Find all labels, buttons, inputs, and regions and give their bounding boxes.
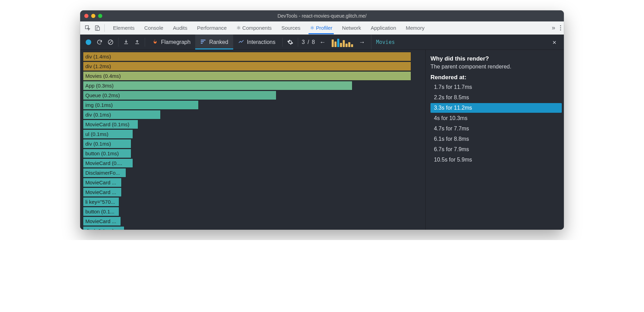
- ranked-bar[interactable]: MovieCard ...: [83, 217, 121, 226]
- tab-profiler[interactable]: ⚛ Profiler: [305, 21, 337, 34]
- commit-bar[interactable]: [334, 42, 337, 47]
- next-commit-button[interactable]: →: [357, 37, 368, 48]
- reload-button[interactable]: [94, 37, 105, 48]
- tab-performance[interactable]: Performance: [192, 21, 231, 34]
- tab-sources[interactable]: Sources: [276, 21, 305, 34]
- profiler-tab-flamegraph[interactable]: Flamegraph: [147, 35, 195, 49]
- devtools-menu-icon[interactable]: [560, 25, 561, 30]
- svg-rect-2: [97, 27, 100, 30]
- import-button[interactable]: [121, 37, 132, 48]
- svg-line-4: [109, 40, 112, 44]
- prev-commit-button[interactable]: ←: [317, 37, 328, 48]
- render-list-item[interactable]: 2.2s for 8.5ms: [430, 93, 562, 102]
- commit-bar[interactable]: [332, 39, 334, 47]
- profiler-tab-label: Flamegraph: [161, 39, 190, 45]
- ranked-bar[interactable]: button (0.1...: [83, 207, 119, 216]
- window-traffic-lights: [84, 14, 102, 18]
- ranked-bar[interactable]: img (0.1ms): [83, 100, 199, 110]
- profiler-tab-interactions[interactable]: Interactions: [233, 35, 281, 49]
- tabs-overflow-icon[interactable]: »: [552, 24, 555, 31]
- ranked-icon: [200, 38, 206, 46]
- toggle-device-toolbar-icon[interactable]: [93, 25, 102, 31]
- svg-rect-7: [201, 39, 206, 40]
- separator: [118, 38, 119, 47]
- record-button[interactable]: [83, 37, 94, 48]
- separator: [104, 24, 105, 32]
- svg-rect-9: [201, 43, 203, 43]
- tab-network[interactable]: Network: [337, 21, 366, 34]
- tab-audits[interactable]: Audits: [168, 21, 192, 34]
- selected-component-name: Movies: [376, 39, 395, 45]
- render-list-item[interactable]: 4.7s for 7.7ms: [430, 124, 562, 134]
- interactions-icon: [238, 38, 244, 46]
- profiler-settings-icon[interactable]: [285, 37, 296, 48]
- svg-rect-6: [135, 43, 139, 44]
- separator: [298, 38, 298, 47]
- svg-rect-5: [124, 43, 128, 44]
- minimize-window-button[interactable]: [91, 14, 95, 18]
- tab-application[interactable]: Application: [366, 21, 401, 34]
- ranked-bar[interactable]: MovieCard (0....: [83, 158, 133, 168]
- commit-bar[interactable]: [351, 44, 353, 47]
- commit-counter: 3 / 8: [302, 39, 315, 45]
- clear-button[interactable]: [105, 37, 116, 48]
- profiler-body: div (1.4ms)div (1.2ms)Movies (0.4ms)App …: [80, 50, 564, 230]
- tab-components[interactable]: ⚛ Components: [231, 21, 276, 34]
- ranked-bar[interactable]: MovieCard ...: [83, 187, 122, 197]
- zoom-window-button[interactable]: [98, 14, 102, 18]
- tab-console[interactable]: Console: [140, 21, 168, 34]
- devtools-window: DevTools - react-movies-queue.glitch.me/…: [80, 10, 564, 230]
- close-details-button[interactable]: ✕: [552, 38, 556, 46]
- render-list-item[interactable]: 4s for 10.3ms: [430, 113, 562, 123]
- render-list-item[interactable]: 10.5s for 5.9ms: [430, 155, 562, 165]
- tab-elements[interactable]: Elements: [108, 21, 140, 34]
- ranked-bar[interactable]: MovieCard ...: [83, 178, 122, 187]
- commit-bar[interactable]: [345, 44, 348, 47]
- window-title: DevTools - react-movies-queue.glitch.me/: [277, 13, 367, 19]
- ranked-bar[interactable]: App (0.3ms): [83, 81, 352, 90]
- commit-bar[interactable]: [340, 43, 342, 47]
- details-panel: Why did this render? The parent componen…: [426, 50, 564, 230]
- ranked-bar[interactable]: MovieCard (0.1ms): [83, 120, 138, 129]
- ranked-bar[interactable]: button (0.1ms): [83, 149, 131, 158]
- ranked-bar[interactable]: DisclaimerFo...: [83, 168, 126, 177]
- ranked-bar[interactable]: Movies (0.4ms): [83, 71, 411, 81]
- ranked-bar[interactable]: Queue (0.2ms): [83, 91, 276, 100]
- why-render-answer: The parent component rendered.: [430, 64, 562, 70]
- ranked-bar[interactable]: div (0.1ms): [83, 139, 131, 148]
- export-button[interactable]: [132, 37, 143, 48]
- profiler-tab-label: Interactions: [247, 39, 276, 45]
- profiler-toolbar: FlamegraphRankedInteractions 3 / 8 ← → M…: [80, 35, 564, 50]
- render-list-item[interactable]: 6.7s for 7.9ms: [430, 145, 562, 154]
- flame-icon: [152, 38, 158, 46]
- render-list-item[interactable]: 3.3s for 11.2ms: [430, 103, 562, 113]
- commit-bar[interactable]: [337, 39, 339, 47]
- render-list-item[interactable]: 1.7s for 11.7ms: [430, 82, 562, 92]
- inspect-element-icon[interactable]: [83, 25, 93, 31]
- separator: [282, 38, 283, 47]
- ranked-bar[interactable]: div (0.1ms): [83, 110, 161, 119]
- ranked-bar[interactable]: li key="570...: [83, 197, 119, 207]
- tab-memory[interactable]: Memory: [401, 21, 429, 34]
- rendered-at-heading: Rendered at:: [430, 74, 562, 81]
- profiler-tab-ranked[interactable]: Ranked: [195, 35, 233, 49]
- ranked-bar[interactable]: div (<0.1ms): [83, 226, 124, 230]
- devtools-tabbar: ElementsConsoleAuditsPerformance⚛ Compon…: [80, 21, 564, 35]
- ranked-bar[interactable]: ul (0.1ms): [83, 129, 133, 139]
- ranked-chart: div (1.4ms)div (1.2ms)Movies (0.4ms)App …: [80, 50, 426, 230]
- profiler-tab-label: Ranked: [209, 39, 228, 45]
- ranked-bar[interactable]: div (1.4ms): [83, 52, 411, 61]
- commit-bars-chart[interactable]: [330, 37, 354, 47]
- separator: [145, 38, 145, 47]
- commit-bar[interactable]: [343, 40, 345, 47]
- commit-total: 8: [312, 39, 315, 45]
- window-titlebar: DevTools - react-movies-queue.glitch.me/: [80, 10, 564, 21]
- render-list-item[interactable]: 6.1s for 8.8ms: [430, 134, 562, 144]
- svg-rect-8: [201, 41, 204, 42]
- commit-current: 3: [302, 39, 305, 45]
- close-window-button[interactable]: [84, 14, 88, 18]
- why-render-heading: Why did this render?: [430, 55, 562, 62]
- ranked-bar[interactable]: div (1.2ms): [83, 62, 411, 71]
- commit-bar[interactable]: [348, 42, 350, 47]
